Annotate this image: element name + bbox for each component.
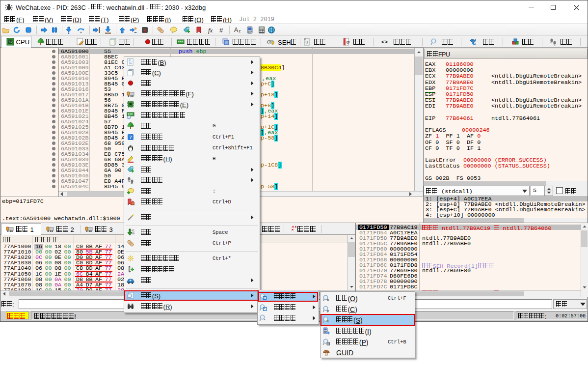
svg-text:#: # (327, 309, 329, 313)
svg-text:#: # (219, 27, 223, 34)
svg-text:*: * (264, 318, 266, 322)
svg-text:fx: fx (208, 27, 213, 34)
svg-text:10: 10 (132, 232, 134, 235)
svg-text:10: 10 (129, 62, 132, 65)
svg-text:⟨⟩: ⟨⟩ (305, 40, 308, 44)
svg-text:S: S (143, 28, 146, 33)
svg-text:32: 32 (8, 40, 12, 44)
svg-text:A: A (234, 27, 238, 33)
svg-text:z: z (239, 28, 241, 33)
svg-text:@: @ (346, 40, 350, 44)
svg-text:<>: <> (381, 39, 388, 45)
svg-text:>: > (327, 298, 329, 302)
svg-text:?: ? (130, 135, 132, 140)
